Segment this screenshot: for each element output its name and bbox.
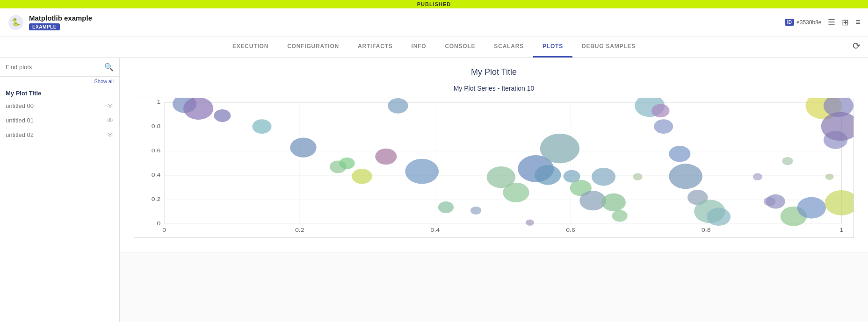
svg-point-40 [503,183,529,202]
svg-point-52 [654,119,673,134]
svg-point-47 [592,168,615,186]
header-right: ID e3530b8e ☰ ⊞ ≡ [785,17,861,28]
tab-configuration[interactable]: CONFIGURATION [278,36,348,57]
svg-point-53 [669,146,690,162]
svg-point-67 [526,220,534,226]
sidebar-search: 🔍 [0,58,119,77]
app-title: Matplotlib example EXAMPLE [29,14,92,30]
svg-text:🐍: 🐍 [11,18,21,27]
svg-point-54 [669,164,702,189]
svg-point-38 [438,201,454,213]
eye-icon-00: 👁 [107,102,114,110]
svg-text:0: 0 [157,221,161,227]
eye-icon-02: 👁 [107,131,114,139]
tab-scalars[interactable]: SCALARS [485,36,533,57]
svg-point-51 [651,104,669,117]
svg-point-49 [612,210,627,222]
plot-series-title: My Plot Series - Iteration 10 [134,85,854,92]
svg-text:0.4: 0.4 [152,172,161,178]
header: 🐍 Matplotlib example EXAMPLE ID e3530b8e… [0,8,868,36]
svg-text:0.8: 0.8 [152,124,161,129]
svg-text:0: 0 [162,228,166,233]
header-left: 🐍 Matplotlib example EXAMPLE [7,14,92,31]
main-layout: 🔍 Show all My Plot Title untitled 00 👁 u… [0,58,868,322]
tab-artifacts[interactable]: ARTIFACTS [348,36,402,57]
sidebar: 🔍 Show all My Plot Title untitled 00 👁 u… [0,58,120,322]
svg-text:0.6: 0.6 [152,148,161,154]
header-id: ID e3530b8e [785,19,821,26]
tab-execution[interactable]: EXECUTION [223,36,278,57]
id-badge: ID [785,19,794,26]
svg-point-46 [579,191,606,210]
svg-text:1: 1 [157,100,161,105]
refresh-button[interactable]: ⟳ [853,40,861,51]
eye-icon-01: 👁 [107,116,114,124]
tab-console[interactable]: CONSOLE [435,36,485,57]
svg-point-60 [797,197,826,218]
svg-point-34 [352,169,372,184]
notes-button[interactable]: ☰ [828,17,835,28]
svg-point-33 [339,157,354,169]
nav-wrapper: EXECUTION CONFIGURATION ARTIFACTS INFO C… [0,36,868,58]
tab-debug-samples[interactable]: DEBUG SAMPLES [572,36,645,57]
published-bar: PUBLISHED [0,0,868,8]
svg-point-70 [825,173,834,179]
layout-button[interactable]: ⊞ [842,17,849,28]
sidebar-item-untitled-02[interactable]: untitled 02 👁 [0,128,119,142]
svg-point-28 [183,98,213,120]
search-input[interactable] [6,64,101,71]
plot-section: My Plot Title My Plot Series - Iteration… [120,58,868,252]
svg-text:0.2: 0.2 [152,197,161,202]
svg-point-66 [470,207,481,215]
svg-text:0.6: 0.6 [566,228,575,233]
nav-tabs: EXECUTION CONFIGURATION ARTIFACTS INFO C… [0,36,868,58]
sidebar-section-title: My Plot Title [0,86,119,99]
show-all-button[interactable]: Show all [0,77,119,86]
svg-point-35 [375,149,397,165]
svg-point-29 [214,109,231,122]
app-logo-icon: 🐍 [7,14,24,31]
content-area: My Plot Title My Plot Series - Iteration… [120,58,868,322]
svg-text:0.4: 0.4 [431,228,440,233]
tab-plots[interactable]: PLOTS [533,36,572,57]
svg-text:0.2: 0.2 [295,228,304,233]
svg-text:0.8: 0.8 [702,228,711,233]
chart-container: 1 0.8 0.6 0.4 0.2 0 0 0.2 0.4 0.6 0.8 1 [134,98,854,238]
svg-point-57 [707,208,731,226]
id-value: e3530b8e [796,19,821,26]
plot-main-title: My Plot Title [134,67,854,77]
svg-point-43 [540,134,580,163]
example-badge: EXAMPLE [29,23,60,30]
sidebar-item-untitled-00[interactable]: untitled 00 👁 [0,99,119,113]
svg-point-30 [252,119,271,134]
svg-point-69 [753,173,763,180]
menu-button[interactable]: ≡ [855,17,861,27]
published-label: PUBLISHED [417,1,451,7]
search-icon: 🔍 [104,63,114,72]
svg-point-72 [764,197,776,206]
svg-point-36 [388,98,408,114]
svg-point-71 [782,157,793,165]
sidebar-item-untitled-01[interactable]: untitled 01 👁 [0,113,119,128]
svg-point-42 [535,165,561,185]
svg-point-68 [633,173,643,180]
chart-svg: 1 0.8 0.6 0.4 0.2 0 0 0.2 0.4 0.6 0.8 1 [134,98,854,237]
svg-point-48 [602,193,626,211]
svg-point-37 [405,159,439,184]
svg-point-31 [290,138,316,157]
svg-text:1: 1 [839,228,843,233]
tab-info[interactable]: INFO [402,36,436,57]
